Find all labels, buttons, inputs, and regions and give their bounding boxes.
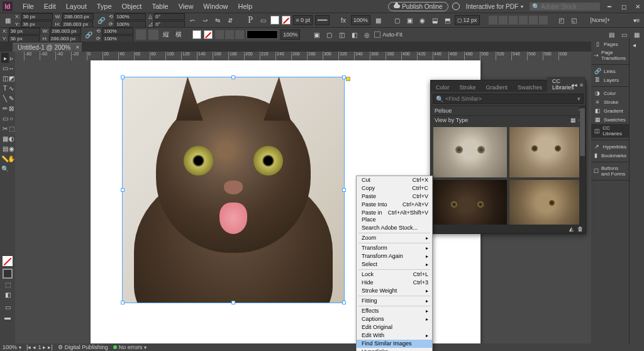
- fill-frame-icon[interactable]: ◫: [336, 30, 347, 40]
- ctx-edit-with[interactable]: Edit With: [357, 332, 432, 340]
- ctx-search-adobe-stock-[interactable]: Search Adobe Stock...: [357, 224, 432, 232]
- ctx-paste-into[interactable]: Paste IntoCtrl+Alt+V: [357, 201, 432, 209]
- dock-bookmarks[interactable]: ▮Bookmarks: [591, 151, 629, 160]
- wrap-none-icon[interactable]: ▢: [392, 15, 402, 25]
- fill-swatch[interactable]: [270, 16, 279, 25]
- first-page-icon[interactable]: |◂: [26, 344, 31, 350]
- resize-handle[interactable]: [342, 301, 346, 304]
- library-asset-thumbnail[interactable]: [433, 127, 507, 177]
- workspace-dropdown[interactable]: Interactive for PDF▾: [464, 3, 526, 10]
- stroke-weight-field[interactable]: ≡ 0 pt: [293, 15, 313, 25]
- flip-v-icon[interactable]: ⇵: [225, 15, 235, 25]
- fit-prop-icon[interactable]: ◧: [349, 30, 359, 40]
- last-page-icon[interactable]: ▸|: [48, 344, 52, 350]
- menu-table[interactable]: Table: [147, 3, 173, 10]
- ctx-cut[interactable]: CutCtrl+X: [357, 176, 432, 184]
- fit-content-icon[interactable]: ▣: [311, 30, 321, 40]
- resize-handle[interactable]: [342, 188, 346, 192]
- rotate-cw-icon[interactable]: ⤻: [200, 15, 210, 25]
- library-asset-thumbnail[interactable]: [433, 180, 507, 230]
- object-style-dropdown[interactable]: [247, 30, 278, 39]
- scale-x[interactable]: 100%: [114, 13, 146, 20]
- view-mode-preview-icon[interactable]: ▬: [4, 312, 11, 322]
- w-field[interactable]: 286.003 px: [62, 13, 94, 20]
- default-fill-stroke[interactable]: ⬚: [4, 279, 11, 289]
- add-asset-icon[interactable]: ◭: [569, 226, 574, 232]
- ctx-edit-original[interactable]: Edit Original: [357, 323, 432, 332]
- preflight-errors[interactable]: No errors: [119, 344, 143, 350]
- dock-pages[interactable]: ▯Pages: [591, 40, 629, 48]
- content-h-field[interactable]: 286.003 px: [49, 35, 80, 42]
- panel-scrollbar[interactable]: [579, 106, 586, 226]
- ctx-paste-in-place[interactable]: Paste in PlaceCtrl+Alt+Shift+V: [357, 209, 432, 224]
- delete-asset-icon[interactable]: 🗑: [577, 226, 583, 232]
- hand-tool[interactable]: ✋: [8, 153, 15, 164]
- resize-handle[interactable]: [231, 301, 235, 304]
- ctx-paste[interactable]: PasteCtrl+V: [357, 192, 432, 201]
- constrain-icon[interactable]: 🔗: [96, 15, 106, 25]
- fill-color[interactable]: [3, 256, 13, 266]
- para-style-icon[interactable]: [148, 30, 158, 40]
- document-tab[interactable]: Untitled-1 @ 200%×: [13, 43, 82, 52]
- preflight-profile[interactable]: Digital Publishing: [65, 344, 108, 350]
- fit-frame-icon[interactable]: ▢: [324, 30, 334, 40]
- tab-swatches[interactable]: Swatches: [513, 83, 547, 92]
- dock-cc-libraries[interactable]: ◫CC Libraries: [591, 124, 629, 138]
- fx-icon[interactable]: fx: [338, 15, 348, 25]
- tint-field[interactable]: 100%: [280, 30, 300, 40]
- ctx-stroke-weight[interactable]: Stroke Weight: [357, 287, 432, 295]
- ctx-hyperlinks[interactable]: Hyperlinks: [357, 348, 432, 351]
- next-page-icon[interactable]: ▸: [43, 344, 46, 350]
- placed-image[interactable]: [123, 77, 344, 303]
- resize-handle[interactable]: [231, 75, 235, 79]
- corner-size-field[interactable]: ◻ 12 px: [455, 15, 480, 25]
- panel-menu-icon[interactable]: ≡: [580, 82, 583, 88]
- char-style-icon[interactable]: [136, 30, 146, 40]
- library-asset-thumbnail[interactable]: [509, 127, 583, 177]
- stroke-style-dropdown[interactable]: ━━━: [315, 15, 330, 25]
- gap-tool[interactable]: ↔: [8, 63, 15, 73]
- ctx-hide[interactable]: HideCtrl+3: [357, 279, 432, 287]
- panel-menu-icon[interactable]: ▾≡: [631, 15, 641, 25]
- cc-search-field[interactable]: 🔍<Find Similar>▾: [433, 94, 584, 104]
- rotate-field[interactable]: 0°: [153, 13, 185, 20]
- ctx-transform[interactable]: Transform: [357, 244, 432, 252]
- wrap-jump-icon[interactable]: ⬓: [430, 15, 440, 25]
- type-path-tool[interactable]: ∿: [8, 83, 15, 93]
- menu-object[interactable]: Object: [117, 3, 147, 10]
- opacity-field[interactable]: 100%: [351, 15, 370, 25]
- tab-color[interactable]: Color: [431, 83, 455, 92]
- dock-color[interactable]: ◑Color: [591, 89, 629, 98]
- ctx-effects[interactable]: Effects: [357, 307, 432, 315]
- menu-view[interactable]: View: [174, 3, 199, 10]
- ctx-copy[interactable]: CopyCtrl+C: [357, 184, 432, 192]
- menu-window[interactable]: Window: [198, 3, 233, 10]
- stock-search-input[interactable]: [541, 3, 597, 10]
- stroke-swatch-2[interactable]: [204, 30, 213, 39]
- y-field[interactable]: 36 px: [21, 21, 52, 28]
- collapse-panel-icon[interactable]: ◂◂: [571, 82, 577, 88]
- grid-view-icon[interactable]: ▦: [570, 117, 576, 123]
- menu-help[interactable]: Help: [233, 3, 257, 10]
- library-asset-thumbnail[interactable]: [509, 180, 583, 230]
- selected-image-frame[interactable]: [122, 77, 345, 303]
- prev-page-icon[interactable]: ◂: [33, 344, 36, 350]
- eyedropper-tool[interactable]: ◉: [8, 143, 15, 153]
- cc-category-dropdown[interactable]: Pelsue▾: [431, 106, 586, 115]
- dock-stroke[interactable]: ≡Stroke: [591, 98, 629, 106]
- collapsed-panel-icon[interactable]: ◂: [633, 42, 641, 50]
- wrap-jump-next-icon[interactable]: ⬒: [442, 15, 452, 25]
- close-button[interactable]: ✕: [635, 3, 641, 9]
- ctx-find-similar-images[interactable]: Find Similar Images: [357, 340, 432, 348]
- resize-handle[interactable]: [121, 75, 125, 79]
- ellipse-tool[interactable]: ○: [8, 113, 15, 123]
- collapsed-panel-icon[interactable]: [633, 55, 641, 64]
- content-scale-x[interactable]: 100%: [102, 28, 133, 35]
- align-icons[interactable]: [489, 16, 548, 25]
- scale-y[interactable]: 100%: [114, 21, 146, 28]
- ctx-captions[interactable]: Captions: [357, 315, 432, 323]
- dock-buttons-forms[interactable]: ☐Buttons and Forms: [591, 164, 629, 178]
- wrap-shape-icon[interactable]: ◉: [417, 15, 427, 25]
- reference-point-icon[interactable]: ▦: [3, 15, 13, 25]
- flip-h-icon[interactable]: ⇋: [213, 15, 223, 25]
